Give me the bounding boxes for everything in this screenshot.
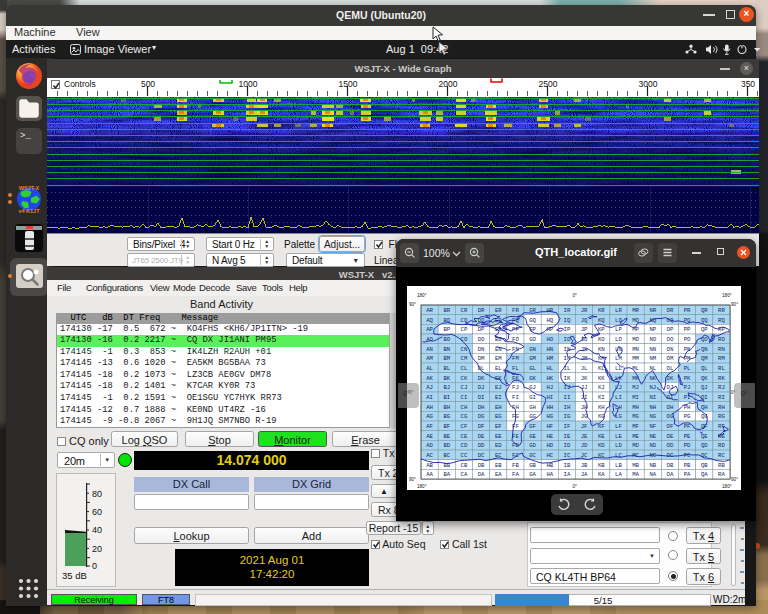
svg-text:MD: MD <box>632 442 639 449</box>
svg-text:DG: DG <box>478 413 485 420</box>
svg-text:JJ: JJ <box>581 384 588 391</box>
svg-text:RH: RH <box>718 404 725 411</box>
svg-text:BN: BN <box>443 346 450 353</box>
svg-text:BF: BF <box>443 423 450 430</box>
svg-text:JL: JL <box>581 365 588 372</box>
svg-text:JA: JA <box>581 471 588 478</box>
svg-text:GM: GM <box>529 355 536 362</box>
svg-text:ON: ON <box>667 346 674 353</box>
svg-text:NJ: NJ <box>649 384 656 391</box>
svg-text:KH: KH <box>598 404 605 411</box>
svg-text:GR: GR <box>529 307 536 314</box>
svg-text:FC: FC <box>512 452 519 459</box>
svg-text:AP: AP <box>426 326 433 333</box>
svg-text:HI: HI <box>546 394 553 401</box>
svg-text:GK: GK <box>529 375 536 382</box>
svg-text:NQ: NQ <box>649 317 656 324</box>
svg-text:MI: MI <box>632 394 639 401</box>
svg-text:IN: IN <box>563 346 570 353</box>
svg-text:AM: AM <box>426 355 433 362</box>
svg-text:PM: PM <box>684 355 691 362</box>
svg-text:LK: LK <box>615 375 622 382</box>
svg-text:DH: DH <box>478 404 485 411</box>
svg-text:GI: GI <box>529 394 536 401</box>
svg-text:PG: PG <box>684 413 691 420</box>
svg-text:GP: GP <box>529 326 536 333</box>
svg-text:BD: BD <box>443 442 450 449</box>
svg-text:OA: OA <box>667 471 674 478</box>
svg-text:DA: DA <box>478 471 485 478</box>
svg-text:BB: BB <box>443 462 450 469</box>
svg-text:OR: OR <box>667 307 674 314</box>
svg-text:DR: DR <box>478 307 485 314</box>
svg-text:0°: 0° <box>573 293 578 298</box>
svg-text:OG: OG <box>667 413 674 420</box>
svg-text:IG: IG <box>563 413 570 420</box>
svg-text:IQ: IQ <box>563 317 570 324</box>
svg-text:RB: RB <box>718 462 725 469</box>
svg-text:GQ: GQ <box>529 317 536 324</box>
svg-text:JN: JN <box>581 346 588 353</box>
svg-text:EI: EI <box>495 394 502 401</box>
svg-text:JM: JM <box>581 355 588 362</box>
svg-text:QE: QE <box>701 433 708 440</box>
svg-text:CR: CR <box>460 307 467 314</box>
svg-text:HE: HE <box>546 433 553 440</box>
svg-text:KN: KN <box>598 346 605 353</box>
svg-text:NL: NL <box>649 365 656 372</box>
svg-text:IJ: IJ <box>563 384 570 391</box>
svg-text:MG: MG <box>632 413 639 420</box>
svg-text:HF: HF <box>546 423 553 430</box>
svg-text:AO: AO <box>426 336 433 343</box>
svg-text:EO: EO <box>495 336 502 343</box>
svg-text:RJ: RJ <box>718 384 725 391</box>
svg-text:HJ: HJ <box>546 384 553 391</box>
svg-text:FE: FE <box>512 433 519 440</box>
svg-text:GC: GC <box>529 452 536 459</box>
svg-text:FF: FF <box>512 423 519 430</box>
svg-text:BL: BL <box>443 365 450 372</box>
svg-text:HQ: HQ <box>546 317 553 324</box>
svg-text:90°: 90° <box>731 302 738 307</box>
svg-text:KD: KD <box>598 442 605 449</box>
svg-text:PQ: PQ <box>684 317 691 324</box>
svg-text:BI: BI <box>443 394 450 401</box>
svg-text:CO: CO <box>460 336 467 343</box>
svg-text:AD: AD <box>426 442 433 449</box>
svg-text:KO: KO <box>598 336 605 343</box>
svg-text:v4 K1JT: v4 K1JT <box>18 208 40 214</box>
svg-text:PF: PF <box>684 423 691 430</box>
svg-text:90°: 90° <box>731 477 738 482</box>
svg-text:NO: NO <box>649 336 656 343</box>
svg-text:QM: QM <box>701 355 708 362</box>
svg-text:MN: MN <box>632 346 639 353</box>
svg-text:LQ: LQ <box>615 317 622 324</box>
svg-text:0°: 0° <box>573 484 578 489</box>
svg-text:DP: DP <box>478 326 485 333</box>
svg-text:KJ: KJ <box>598 384 605 391</box>
svg-text:NI: NI <box>649 394 656 401</box>
svg-text:OD: OD <box>667 442 674 449</box>
svg-text:KP: KP <box>598 326 605 333</box>
svg-text:MA: MA <box>632 471 639 478</box>
svg-text:NN: NN <box>649 346 656 353</box>
svg-text:GD: GD <box>529 442 536 449</box>
svg-text:OJ: OJ <box>667 384 674 391</box>
svg-text:FO: FO <box>512 336 519 343</box>
svg-text:NA: NA <box>649 471 656 478</box>
svg-text:180°: 180° <box>417 484 427 489</box>
svg-text:LR: LR <box>615 307 622 314</box>
svg-text:PJ: PJ <box>684 384 691 391</box>
svg-text:OC: OC <box>667 452 674 459</box>
svg-text:LG: LG <box>615 413 622 420</box>
svg-text:EG: EG <box>495 413 502 420</box>
svg-text:AI: AI <box>426 394 433 401</box>
svg-text:LN: LN <box>615 346 622 353</box>
svg-text:MO: MO <box>632 336 639 343</box>
svg-text:CM: CM <box>460 355 467 362</box>
svg-text:JK: JK <box>581 375 588 382</box>
svg-text:EP: EP <box>495 326 502 333</box>
svg-text:DF: DF <box>478 423 485 430</box>
svg-text:JG: JG <box>581 413 588 420</box>
svg-text:PE: PE <box>684 433 691 440</box>
